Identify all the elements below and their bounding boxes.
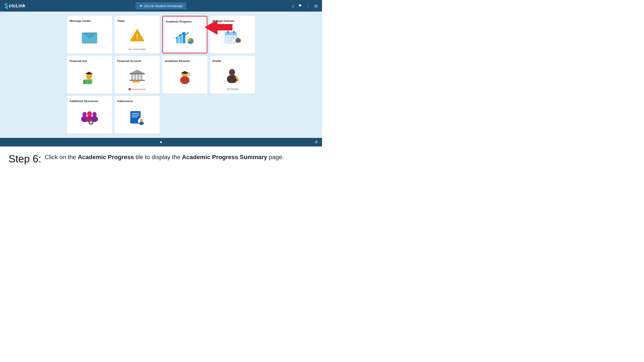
svg-point-20 [230, 37, 232, 38]
svg-rect-30 [89, 72, 90, 74]
tile-additional-resources[interactable]: Additional Resources [67, 96, 112, 134]
tile-tasks-title: Tasks [117, 19, 125, 22]
logo-text: ctcLink [9, 3, 25, 8]
tile-financial-account-title: Financial Account [117, 59, 141, 63]
grad-money-icon: $ [81, 70, 98, 85]
profile-id: 201762939 [226, 88, 238, 90]
svg-point-10 [182, 33, 183, 34]
svg-text:!: ! [136, 33, 138, 40]
tile-tasks[interactable]: Tasks ! No current tasks [115, 16, 160, 53]
bank-icon [128, 69, 146, 82]
tile-financial-account[interactable]: Financial Account Payme [115, 56, 160, 93]
refresh-icon[interactable]: ↺ [314, 140, 318, 145]
tile-academic-records-icon-area [165, 64, 205, 90]
tile-profile[interactable]: Profile 201762939 [210, 56, 255, 93]
svg-point-9 [179, 35, 180, 36]
envelope-icon [81, 30, 98, 44]
badge-dot [128, 88, 131, 90]
nav-right-icons: ⌂ ⚑ ⋮ ◎ [292, 3, 318, 8]
tile-tasks-sub: No current tasks [128, 48, 146, 50]
svg-point-53 [82, 112, 87, 117]
svg-point-57 [92, 112, 96, 117]
svg-rect-39 [137, 74, 139, 80]
tile-manage-classes-title: Manage Classes [212, 19, 234, 22]
calendar-grad-icon [224, 30, 241, 45]
svg-point-60 [90, 121, 92, 123]
dropdown-arrow-icon: ▼ [140, 4, 143, 8]
tile-profile-icon-area [212, 64, 252, 87]
tile-manage-classes-icon-area [212, 24, 252, 50]
tile-tasks-icon-area: ! [117, 24, 157, 46]
svg-point-23 [230, 39, 232, 41]
svg-point-50 [227, 75, 237, 83]
step-text-before: Click on the [45, 154, 78, 160]
more-options-icon[interactable]: ⋮ [306, 3, 310, 8]
payment-due-badge: Payment Due [128, 88, 146, 90]
svg-rect-18 [233, 31, 234, 33]
tile-academic-progress[interactable]: Academic Progress [162, 16, 207, 53]
tile-message-center[interactable]: Message Center [67, 16, 112, 53]
step-text: Click on the Academic Progress tile to d… [45, 153, 284, 161]
tile-message-center-icon-area [70, 24, 110, 50]
tile-financial-aid[interactable]: Financial Aid $ [67, 56, 112, 93]
svg-rect-64 [92, 122, 94, 123]
tile-admissions[interactable]: Admissions [115, 96, 160, 134]
payment-due-text: Payment Due [132, 88, 146, 90]
logo-icon: Ȿ [4, 2, 8, 9]
svg-rect-36 [130, 73, 145, 74]
doc-person-icon [128, 110, 146, 125]
svg-rect-62 [90, 124, 92, 125]
svg-rect-63 [88, 122, 90, 123]
tile-financial-account-icon-area [117, 64, 157, 87]
tile-academic-records[interactable]: Academic Records [162, 56, 207, 93]
svg-point-11 [185, 34, 186, 35]
step-label: Step 6: [8, 153, 41, 165]
nav-center: ▼ ctcLink Student Homepage [136, 2, 186, 9]
tile-financial-aid-title: Financial Aid [70, 59, 87, 63]
tile-additional-resources-title: Additional Resources [70, 99, 98, 103]
flag-icon[interactable]: ⚑ [298, 3, 302, 8]
svg-rect-70 [132, 113, 139, 114]
svg-rect-37 [131, 74, 133, 80]
svg-point-45 [180, 76, 190, 84]
step-text-middle: tile to display the [134, 154, 182, 160]
group-gear-icon [80, 110, 99, 125]
svg-marker-46 [180, 71, 189, 74]
svg-point-27 [240, 41, 241, 43]
home-icon[interactable]: ⌂ [292, 3, 294, 8]
logo: Ȿ ctcLink [4, 2, 25, 9]
svg-rect-34 [84, 79, 92, 83]
step-highlight-2: Academic Progress Summary [182, 154, 267, 160]
svg-point-19 [228, 37, 229, 38]
warning-icon: ! [130, 28, 145, 43]
svg-point-21 [233, 37, 234, 38]
homepage-dropdown-button[interactable]: ▼ ctcLink Student Homepage [136, 2, 186, 9]
svg-point-12 [188, 32, 189, 34]
tile-academic-records-title: Academic Records [165, 59, 190, 63]
tile-manage-classes[interactable]: Manage Classes [210, 16, 255, 53]
tile-academic-progress-title: Academic Progress [166, 20, 192, 23]
svg-rect-16 [225, 32, 237, 35]
top-navigation: Ȿ ctcLink ▼ ctcLink Student Homepage ⌂ ⚑… [0, 0, 322, 11]
bottom-bar: ↺ [0, 138, 322, 146]
svg-point-74 [140, 119, 143, 122]
grad-red-icon [176, 70, 194, 85]
homepage-title: ctcLink Student Homepage [144, 4, 182, 8]
svg-point-48 [188, 75, 190, 76]
svg-point-49 [229, 69, 235, 75]
svg-point-75 [139, 122, 144, 125]
tile-financial-aid-icon-area: $ [70, 64, 110, 90]
svg-marker-35 [130, 70, 145, 73]
tile-admissions-title: Admissions [117, 99, 133, 103]
person-pencil-icon [224, 68, 241, 83]
compass-icon[interactable]: ◎ [314, 3, 318, 8]
svg-point-8 [176, 37, 177, 39]
tile-profile-title: Profile [212, 59, 221, 63]
tile-grid: Message Center Tasks ! No current tasks [34, 16, 288, 134]
svg-rect-38 [134, 74, 136, 80]
svg-point-55 [87, 111, 92, 116]
svg-rect-17 [227, 31, 228, 33]
tile-admissions-icon-area [117, 104, 157, 131]
svg-rect-71 [132, 115, 139, 116]
svg-point-43 [136, 80, 140, 82]
